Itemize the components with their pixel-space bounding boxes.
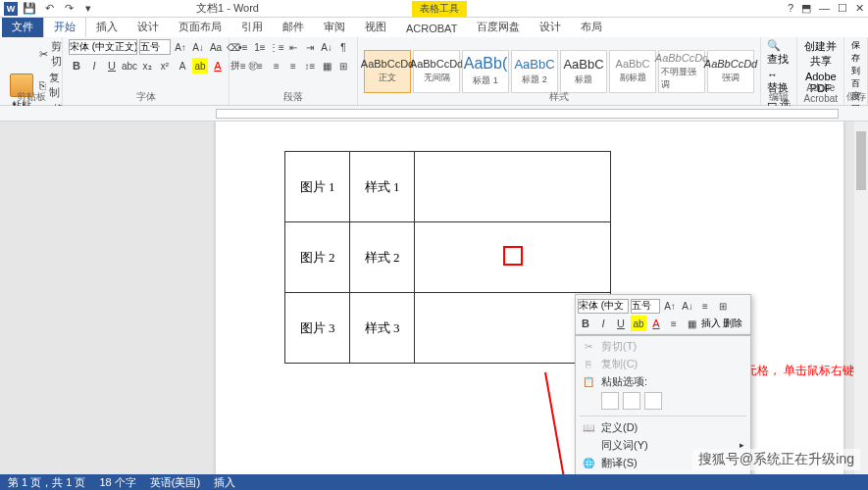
qat-undo[interactable]: ↶	[41, 2, 57, 16]
status-language[interactable]: 英语(美国)	[150, 475, 200, 490]
styles-gallery[interactable]: AaBbCcDd正文 AaBbCcDd无间隔 AaBb(标题 1 AaBbC标题…	[364, 50, 754, 93]
table-cell[interactable]	[415, 152, 611, 222]
multilevel-button[interactable]: ⋮≡	[269, 39, 284, 55]
shrink-font-button[interactable]: A↓	[190, 39, 206, 55]
tab-file[interactable]: 文件	[2, 17, 43, 37]
qat-customize[interactable]: ▾	[80, 2, 96, 16]
mini-grow-font[interactable]: A↑	[662, 298, 678, 314]
grow-font-button[interactable]: A↑	[173, 39, 188, 55]
font-color-button[interactable]: A	[210, 58, 226, 74]
tab-references[interactable]: 引用	[231, 17, 273, 37]
cut-button[interactable]: ✂剪切	[39, 39, 64, 69]
tab-design[interactable]: 设计	[128, 17, 169, 37]
style-emphasis[interactable]: AaBbCcDd强调	[707, 50, 754, 93]
table-cell[interactable]: 样式 3	[350, 293, 415, 364]
table-cell[interactable]: 样式 1	[350, 152, 415, 222]
mini-shrink-font[interactable]: A↓	[680, 298, 695, 314]
tab-review[interactable]: 审阅	[314, 17, 355, 37]
tab-view[interactable]: 视图	[355, 17, 396, 37]
mini-highlight[interactable]: ab	[631, 316, 646, 331]
mini-italic[interactable]: I	[595, 316, 611, 331]
tab-acrobat[interactable]: ACROBAT	[396, 20, 467, 37]
table-cell-active[interactable]	[415, 222, 611, 293]
text-effects-button[interactable]: A	[175, 58, 190, 74]
mini-bold[interactable]: B	[578, 316, 593, 331]
group-label-editing: 编辑	[761, 90, 796, 104]
italic-button[interactable]: I	[86, 58, 102, 74]
numbering-button[interactable]: 1≡	[252, 39, 268, 55]
tab-mailings[interactable]: 邮件	[273, 17, 314, 37]
subscript-button[interactable]: x₂	[139, 58, 155, 74]
borders-button[interactable]: ⊞	[335, 58, 351, 74]
justify-button[interactable]: ≡	[285, 58, 301, 74]
style-subtle[interactable]: AaBbCcDd不明显强调	[658, 50, 705, 93]
bullets-button[interactable]: •≡	[235, 39, 251, 55]
tab-insert[interactable]: 插入	[86, 17, 128, 37]
acrobat-create-button[interactable]: 创建并共享	[803, 39, 838, 69]
table-cell[interactable]: 图片 1	[285, 152, 350, 222]
qat-redo[interactable]: ↷	[61, 2, 77, 16]
ctx-cut[interactable]: ✂剪切(T)	[576, 337, 750, 355]
tab-layout[interactable]: 页面布局	[169, 17, 231, 37]
mini-insert[interactable]: 插入	[701, 317, 721, 330]
style-title[interactable]: AaBbC标题	[560, 50, 607, 93]
paste-option-3[interactable]	[644, 392, 662, 410]
mini-align[interactable]: ≡	[666, 316, 682, 331]
change-case-button[interactable]: Aa	[208, 39, 224, 55]
scrollbar-thumb[interactable]	[856, 131, 866, 190]
maximize-icon[interactable]: ☐	[838, 2, 847, 15]
style-normal[interactable]: AaBbCcDd正文	[364, 50, 411, 93]
vertical-scrollbar[interactable]	[854, 122, 868, 474]
tab-baidu[interactable]: 百度网盘	[467, 17, 530, 37]
mini-shade[interactable]: ▦	[684, 316, 699, 331]
tab-home[interactable]: 开始	[43, 16, 86, 37]
qat-save[interactable]: 💾	[22, 2, 37, 16]
align-left-button[interactable]: ≡	[235, 58, 251, 74]
paste-option-1[interactable]	[601, 392, 619, 410]
bold-button[interactable]: B	[69, 58, 84, 74]
mini-delete[interactable]: 删除	[723, 317, 742, 330]
indent-inc-button[interactable]: ⇥	[302, 39, 318, 55]
superscript-button[interactable]: x²	[157, 58, 173, 74]
line-spacing-button[interactable]: ↕≡	[302, 58, 318, 74]
table-cell[interactable]: 样式 2	[350, 222, 415, 293]
show-marks-button[interactable]: ¶	[335, 39, 351, 55]
table-cell[interactable]: 图片 3	[285, 293, 350, 364]
status-word-count[interactable]: 18 个字	[99, 475, 135, 490]
ctx-copy[interactable]: ⎘复制(C)	[576, 355, 750, 372]
ribbon-options-icon[interactable]: ⬒	[801, 2, 811, 15]
style-h1[interactable]: AaBb(标题 1	[462, 50, 509, 93]
align-center-button[interactable]: ≡	[252, 58, 268, 74]
highlight-button[interactable]: ab	[192, 58, 208, 74]
ctx-define[interactable]: 📖定义(D)	[576, 418, 750, 436]
help-icon[interactable]: ?	[788, 2, 793, 15]
mini-color[interactable]: A	[648, 316, 664, 331]
tab-table-layout[interactable]: 布局	[571, 17, 612, 37]
table-cell[interactable]: 图片 2	[285, 222, 350, 293]
status-insert-mode[interactable]: 插入	[214, 475, 235, 490]
paste-option-2[interactable]	[623, 392, 640, 410]
style-subtitle[interactable]: AaBbC副标题	[609, 50, 656, 93]
style-nospacing[interactable]: AaBbCcDd无间隔	[413, 50, 460, 93]
mini-borders[interactable]: ⊞	[715, 298, 731, 314]
document-table[interactable]: 图片 1 样式 1 图片 2 样式 2 图片 3 样式 3	[284, 151, 611, 364]
style-h2[interactable]: AaBbC标题 2	[511, 50, 558, 93]
minimize-icon[interactable]: —	[819, 2, 830, 15]
mini-font-size[interactable]	[631, 299, 660, 314]
font-name-select[interactable]	[69, 39, 137, 55]
horizontal-ruler[interactable]	[0, 106, 868, 122]
font-size-select[interactable]	[139, 39, 171, 55]
find-button[interactable]: 🔍 查找	[767, 39, 791, 67]
align-right-button[interactable]: ≡	[269, 58, 284, 74]
shading-button[interactable]: ▦	[319, 58, 334, 74]
underline-button[interactable]: U	[104, 58, 120, 74]
mini-font-name[interactable]	[578, 299, 629, 314]
status-page[interactable]: 第 1 页，共 1 页	[8, 475, 85, 490]
mini-bullets[interactable]: ≡	[697, 298, 713, 314]
tab-table-design[interactable]: 设计	[530, 17, 571, 37]
close-icon[interactable]: ✕	[855, 2, 864, 15]
sort-button[interactable]: A↓	[319, 39, 334, 55]
strike-button[interactable]: abc	[122, 58, 137, 74]
indent-dec-button[interactable]: ⇤	[285, 39, 301, 55]
mini-underline[interactable]: U	[613, 316, 629, 331]
